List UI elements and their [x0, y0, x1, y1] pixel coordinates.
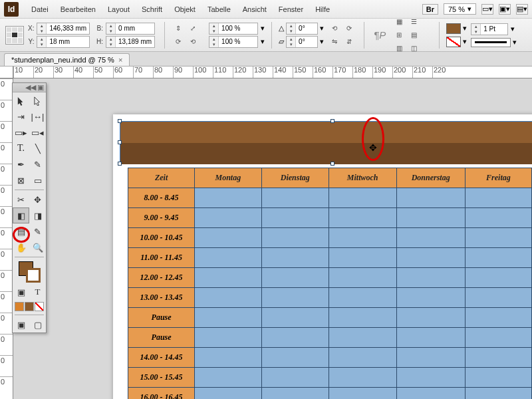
rotate-field[interactable]: ▴▾0°: [286, 23, 318, 35]
gradient-swatch-tool[interactable]: ◧: [13, 207, 29, 223]
menu-bearbeiten[interactable]: Bearbeiten: [55, 5, 102, 13]
tools-panel[interactable]: ◀◀▣ ⇥ |↔| ▭▸ ▭◂ T. ╲ ✒ ✎ ⊠ ▭ ✂ ✥ ◧ ◨ ▤ ✎…: [12, 82, 47, 333]
x-field[interactable]: ▴▾146,383 mm: [37, 23, 90, 35]
vertical-ruler[interactable]: 000000000000000: [0, 78, 13, 399]
screen-mode-icon[interactable]: ▣▾: [499, 4, 511, 15]
note-tool[interactable]: ▤: [13, 223, 29, 239]
h-field[interactable]: ▴▾13,189 mm: [106, 36, 155, 48]
workspace: 1020304050607080901001101201301401501601…: [0, 66, 532, 399]
hand-tool[interactable]: ✋: [13, 239, 29, 255]
selection-handle[interactable]: [118, 140, 122, 144]
eyedropper-tool[interactable]: ✎: [29, 223, 46, 239]
zoom-level-select[interactable]: 75 % ▾: [444, 3, 476, 15]
scissors-tool[interactable]: ✂: [13, 192, 29, 207]
line-tool[interactable]: ╲: [29, 140, 46, 156]
content-collector-tool[interactable]: ▭▸: [13, 124, 29, 140]
menubar: Id Datei Bearbeiten Layout Schrift Objek…: [0, 0, 532, 19]
bridge-button[interactable]: Br: [422, 4, 438, 15]
gradient-feather-tool[interactable]: ◨: [29, 207, 46, 223]
table-row: 13.00 - 13.45: [128, 288, 532, 308]
pen-tool[interactable]: ✒: [13, 156, 29, 172]
selected-header-rect[interactable]: [120, 121, 532, 164]
table-row: 16.00 - 16.45: [128, 388, 532, 400]
col-montag[interactable]: Montag: [195, 168, 261, 188]
y-label: Y:: [28, 38, 34, 45]
menu-hilfe[interactable]: Hilfe: [309, 5, 336, 13]
formatting-container-icon[interactable]: ▣: [13, 284, 29, 300]
selection-handle[interactable]: [118, 162, 122, 166]
color-mode-row[interactable]: [13, 300, 46, 313]
menu-objekt[interactable]: Objekt: [168, 5, 201, 13]
flip-icons[interactable]: ⟲⟳⇋⇵: [328, 23, 357, 48]
screen-mode-preview[interactable]: ▢: [29, 317, 46, 332]
stroke-swatch[interactable]: [446, 37, 461, 47]
col-dienstag[interactable]: Dienstag: [261, 168, 329, 188]
shear-icon: ▱: [279, 37, 284, 46]
selection-handle[interactable]: [331, 119, 334, 123]
w-field[interactable]: ▴▾0 mm: [106, 23, 155, 35]
stroke-style-select[interactable]: [471, 38, 511, 47]
object-option-icons[interactable]: ▦☰⊞▤▥◫: [392, 16, 432, 55]
rectangle-frame-tool[interactable]: ⊠: [13, 172, 29, 188]
panel-grip[interactable]: ◀◀▣: [13, 83, 46, 92]
fill-stroke-swatches: ▾ ▾: [446, 23, 467, 47]
table-row: Pause: [128, 328, 532, 348]
free-transform-tool[interactable]: ✥: [29, 192, 46, 207]
stroke-weight-field[interactable]: ▴▾1 Pt: [471, 23, 508, 35]
col-zeit[interactable]: Zeit: [128, 168, 195, 188]
constrain-icons[interactable]: ⇕⤢⟳⟲: [172, 23, 202, 48]
menu-datei[interactable]: Datei: [25, 5, 55, 13]
table-row: 14.00 - 14.45: [128, 348, 532, 368]
document-tab[interactable]: *stundenplan_neu.indd @ 75 % ×: [4, 53, 130, 66]
content-placer-tool[interactable]: ▭◂: [29, 124, 46, 140]
canvas[interactable]: ✥ Zeit Montag Dienstag Mittwoch Donnerst…: [13, 78, 532, 399]
selection-handle[interactable]: [118, 119, 122, 123]
chevron-down-icon[interactable]: ▾: [463, 37, 467, 46]
direct-selection-tool[interactable]: [29, 92, 46, 108]
horizontal-ruler[interactable]: 1020304050607080901001101201301401501601…: [13, 66, 532, 78]
fill-swatch[interactable]: [446, 23, 461, 34]
table-row: 8.00 - 8.45: [128, 188, 532, 208]
gap-tool[interactable]: |↔|: [29, 108, 46, 124]
control-bar: X: ▴▾146,383 mm Y: ▴▾18 mm B: ▴▾0 mm H: …: [0, 19, 532, 52]
w-label: B:: [96, 25, 103, 32]
view-options-icon[interactable]: ▭▾: [481, 4, 493, 15]
menu-ansicht[interactable]: Ansicht: [237, 5, 273, 13]
size-fields: B: ▴▾0 mm H: ▴▾13,189 mm: [96, 23, 158, 48]
paragraph-indicator-icon: ¶P: [371, 29, 388, 41]
scale-y-field[interactable]: ▴▾100 %: [209, 36, 258, 48]
timetable[interactable]: Zeit Montag Dienstag Mittwoch Donnerstag…: [128, 168, 532, 399]
fill-stroke-proxy[interactable]: [13, 259, 46, 284]
rectangle-tool[interactable]: ▭: [29, 172, 46, 188]
position-fields: X: ▴▾146,383 mm Y: ▴▾18 mm: [28, 23, 92, 48]
arrange-icon[interactable]: ▤▾: [516, 4, 528, 15]
chevron-down-icon[interactable]: ▾: [463, 24, 467, 33]
col-mittwoch[interactable]: Mittwoch: [329, 168, 396, 188]
pencil-tool[interactable]: ✎: [29, 156, 46, 172]
ruler-origin[interactable]: [0, 66, 13, 78]
stroke-proxy-swatch[interactable]: [26, 268, 41, 283]
screen-mode-normal[interactable]: ▣: [13, 317, 29, 332]
menu-tabelle[interactable]: Tabelle: [201, 5, 237, 13]
table-header-row: Zeit Montag Dienstag Mittwoch Donnerstag…: [128, 168, 532, 188]
rotate-icon: △: [279, 24, 284, 33]
close-tab-icon[interactable]: ×: [118, 56, 122, 64]
col-freitag[interactable]: Freitag: [465, 168, 531, 188]
col-donnerstag[interactable]: Donnerstag: [396, 168, 465, 188]
type-tool[interactable]: T.: [13, 140, 29, 156]
scale-x-field[interactable]: ▴▾100 %: [209, 23, 258, 35]
menu-schrift[interactable]: Schrift: [136, 5, 168, 13]
menu-layout[interactable]: Layout: [102, 5, 136, 13]
page-tool[interactable]: ⇥: [13, 108, 29, 124]
reference-point[interactable]: [5, 26, 24, 45]
y-field[interactable]: ▴▾18 mm: [37, 36, 90, 48]
menu-fenster[interactable]: Fenster: [273, 5, 309, 13]
shear-field[interactable]: ▴▾0°: [286, 36, 318, 48]
stroke-settings: ▴▾1 Pt▾ ▾: [471, 23, 517, 47]
selection-handle[interactable]: [331, 162, 334, 166]
scale-fields: ▴▾100 %▾ ▴▾100 %▾: [206, 23, 265, 48]
selection-tool[interactable]: [13, 92, 29, 108]
formatting-text-icon[interactable]: T: [29, 284, 46, 300]
zoom-tool[interactable]: 🔍: [29, 239, 46, 255]
h-label: H:: [96, 38, 103, 45]
